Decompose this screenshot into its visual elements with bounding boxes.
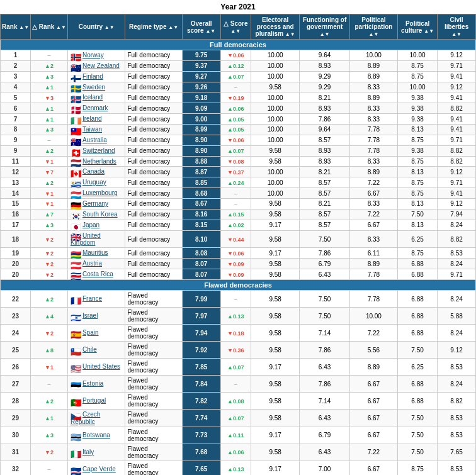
- country-cell[interactable]: 🇳🇿New Zealand: [67, 60, 125, 71]
- country-link[interactable]: Germany: [82, 200, 108, 207]
- country-cell[interactable]: 🇵🇹Portugal: [67, 393, 125, 410]
- country-cell[interactable]: 🇨🇦Canada: [67, 167, 125, 177]
- functioning-score-cell: 8.93: [300, 60, 349, 71]
- participation-score-cell: 6.67: [349, 376, 397, 393]
- table-row: 29▲1🇨🇿Czech RepublicFlawed democracy7.74…: [1, 410, 476, 427]
- overall-score-cell: 8.68: [182, 188, 220, 199]
- country-link[interactable]: United States: [82, 363, 120, 370]
- country-link[interactable]: Iceland: [82, 94, 103, 101]
- country-cell[interactable]: 🇨🇷Costa Rica: [67, 269, 125, 280]
- culture-score-cell: 8.75: [398, 461, 438, 475]
- country-link[interactable]: Sweden: [82, 84, 105, 91]
- liberties-score-cell: 9.41: [438, 71, 476, 82]
- col-liberties[interactable]: Civil liberties ▲▼: [438, 14, 476, 40]
- country-cell[interactable]: 🇬🇧United Kingdom: [67, 230, 125, 248]
- country-cell[interactable]: 🇺🇸United States: [67, 359, 125, 376]
- country-cell[interactable]: 🇲🇺Mauritius: [67, 248, 125, 259]
- country-link[interactable]: New Zealand: [82, 62, 120, 69]
- overall-score-cell: 8.87: [182, 167, 220, 177]
- regime-type-cell: Full democracy: [125, 125, 182, 135]
- country-cell[interactable]: 🇮🇱Israel: [67, 308, 125, 325]
- country-cell[interactable]: 🇯🇵Japan: [67, 220, 125, 230]
- country-cell[interactable]: 🇧🇼Botswana: [67, 427, 125, 444]
- country-link[interactable]: Taiwan: [82, 126, 102, 133]
- country-link[interactable]: Norway: [82, 52, 104, 59]
- country-link[interactable]: Japan: [82, 221, 99, 228]
- country-link[interactable]: Ireland: [82, 115, 102, 122]
- col-delta-rank[interactable]: △ Rank ▲▼: [31, 14, 68, 40]
- country-cell[interactable]: 🇩🇰Denmark: [67, 103, 125, 114]
- country-cell[interactable]: 🇮🇹Italy: [67, 444, 125, 461]
- country-cell[interactable]: 🇰🇷South Korea: [67, 209, 125, 220]
- col-regime[interactable]: Regime type ▲▼: [125, 14, 182, 40]
- electoral-score-cell: 9.58: [251, 342, 300, 359]
- country-link[interactable]: Switzerland: [82, 147, 115, 154]
- country-cell[interactable]: 🇹🇼Taiwan: [67, 125, 125, 135]
- country-cell[interactable]: 🇨🇱Chile: [67, 342, 125, 359]
- electoral-score-cell: 9.17: [251, 427, 300, 444]
- functioning-score-cell: 8.57: [300, 177, 349, 188]
- country-cell[interactable]: 🇦🇹Austria: [67, 259, 125, 269]
- participation-score-cell: 8.89: [349, 167, 397, 177]
- regime-type-cell: Flawed democracy: [125, 410, 182, 427]
- country-link[interactable]: Costa Rica: [82, 271, 113, 277]
- country-link[interactable]: Canada: [82, 168, 105, 175]
- col-culture[interactable]: Political culture ▲▼: [398, 14, 438, 40]
- col-country[interactable]: Country ▲▼: [67, 14, 125, 40]
- overall-score-cell: 8.88: [182, 156, 220, 167]
- liberties-score-cell: 9.41: [438, 188, 476, 199]
- rank-cell: 13: [1, 177, 31, 188]
- country-link[interactable]: Spain: [82, 329, 99, 336]
- country-cell[interactable]: 🇳🇴Norway: [67, 50, 125, 61]
- functioning-score-cell: 8.21: [300, 199, 349, 210]
- country-link[interactable]: Mauritius: [82, 249, 108, 256]
- col-rank[interactable]: Rank ▲▼: [1, 14, 31, 40]
- country-cell[interactable]: 🇪🇸Spain: [67, 325, 125, 342]
- country-cell[interactable]: 🇳🇱Netherlands: [67, 156, 125, 167]
- col-overall[interactable]: Overall score ▲▼: [182, 14, 220, 40]
- country-link[interactable]: Portugal: [82, 397, 106, 404]
- flag-icon: 🇳🇿: [71, 63, 81, 70]
- country-cell[interactable]: 🇫🇮Finland: [67, 71, 125, 82]
- country-link[interactable]: Uruguay: [82, 179, 106, 186]
- col-functioning[interactable]: Functioning of government ▲▼: [300, 14, 349, 40]
- country-link[interactable]: Denmark: [82, 104, 108, 111]
- country-link[interactable]: Israel: [82, 312, 98, 319]
- country-cell[interactable]: 🇨🇿Czech Republic: [67, 410, 125, 427]
- country-link[interactable]: Australia: [82, 137, 107, 143]
- country-cell[interactable]: 🇨🇻Cape Verde: [67, 461, 125, 475]
- country-link[interactable]: Chile: [82, 346, 97, 353]
- participation-score-cell: 5.56: [349, 342, 397, 359]
- culture-score-cell: 9.38: [398, 103, 438, 114]
- country-cell[interactable]: 🇸🇪Sweden: [67, 82, 125, 92]
- flag-icon: 🇧🇼: [71, 432, 81, 439]
- col-participation[interactable]: Political participation ▲▼: [349, 14, 397, 40]
- country-link[interactable]: Estonia: [82, 380, 103, 387]
- country-cell[interactable]: 🇫🇷France: [67, 291, 125, 308]
- country-link[interactable]: Netherlands: [82, 158, 116, 165]
- country-link[interactable]: Cape Verde: [82, 466, 116, 472]
- country-cell[interactable]: 🇮🇪Ireland: [67, 114, 125, 125]
- country-cell[interactable]: 🇩🇪Germany: [67, 199, 125, 210]
- country-link[interactable]: France: [82, 295, 102, 302]
- country-cell[interactable]: 🇪🇪Estonia: [67, 376, 125, 393]
- country-cell[interactable]: 🇨🇭Switzerland: [67, 145, 125, 156]
- col-delta-score[interactable]: △ Score ▲▼: [220, 14, 251, 40]
- country-link[interactable]: South Korea: [82, 211, 118, 218]
- country-link[interactable]: Finland: [82, 73, 103, 80]
- delta-rank-cell: ▲4: [31, 308, 68, 325]
- country-link[interactable]: Italy: [82, 449, 94, 455]
- delta-rank-cell: ▲2: [31, 393, 68, 410]
- table-row: 32–🇨🇻Cape VerdeFlawed democracy7.65▲0.13…: [1, 461, 476, 475]
- culture-score-cell: 10.00: [398, 50, 438, 61]
- country-cell[interactable]: 🇺🇾Uruguay: [67, 177, 125, 188]
- country-cell[interactable]: 🇮🇸Iceland: [67, 92, 125, 103]
- table-row: 14▼1🇱🇺LuxembourgFull democracy8.68–10.00…: [1, 188, 476, 199]
- country-cell[interactable]: 🇱🇺Luxembourg: [67, 188, 125, 199]
- participation-score-cell: 8.33: [349, 103, 397, 114]
- country-link[interactable]: Austria: [82, 260, 102, 267]
- col-electoral[interactable]: Electoral process and pluralism ▲▼: [251, 14, 300, 40]
- country-link[interactable]: Botswana: [82, 432, 110, 439]
- country-link[interactable]: Luxembourg: [82, 189, 118, 196]
- country-cell[interactable]: 🇦🇺Australia: [67, 135, 125, 145]
